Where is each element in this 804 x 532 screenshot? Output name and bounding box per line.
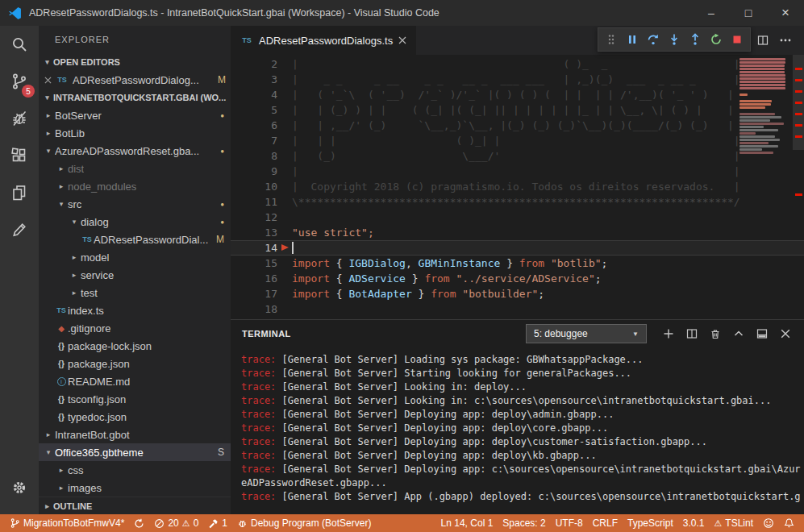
tree-item-package-json[interactable]: {}package.json <box>39 355 231 372</box>
more-actions-icon[interactable] <box>775 30 796 51</box>
notifications-button[interactable] <box>779 514 799 532</box>
tasks-status[interactable]: 1 <box>203 514 232 532</box>
eol-status[interactable]: CRLF <box>588 514 623 532</box>
close-panel-button[interactable] <box>775 323 796 344</box>
tree-item-adresetpassworddial[interactable]: TSADResetPasswordDial...M <box>39 231 231 248</box>
close-button[interactable]: × <box>767 0 804 26</box>
minimize-button[interactable]: – <box>693 0 730 26</box>
code-line-12[interactable]: 12 <box>231 210 804 225</box>
activity-item-edit[interactable] <box>0 211 39 248</box>
language-status[interactable]: TypeScript <box>623 514 678 532</box>
activity-item-source-control[interactable]: 5 <box>0 63 39 100</box>
tree-item-readme-md[interactable]: iREADME.md <box>39 372 231 390</box>
editor-tab[interactable]: TS ADResetPasswordDialogs.ts <box>231 26 416 55</box>
line-gutter[interactable]: 18 <box>231 301 277 317</box>
line-gutter[interactable]: 10 <box>231 179 277 194</box>
tree-item-service[interactable]: ▸service <box>39 266 231 284</box>
tree-item-dialog[interactable]: ▾dialog● <box>39 213 231 231</box>
tree-item-typedoc-json[interactable]: {}typedoc.json <box>39 408 231 426</box>
code-line-4[interactable]: 4| ( '_`\ ( '__) /'_` )/'_` |( ) ( ) ( |… <box>231 87 804 102</box>
activity-item-settings[interactable] <box>0 469 39 506</box>
indentation-status[interactable]: Spaces: 2 <box>498 514 550 532</box>
tree-item-intranetbot-gbot[interactable]: ▸IntranetBot.gbot <box>39 426 231 443</box>
line-gutter[interactable]: 5 <box>231 102 277 118</box>
line-gutter[interactable]: 7 <box>231 133 277 148</box>
line-gutter[interactable]: 2 <box>231 56 277 72</box>
kill-terminal-button[interactable] <box>705 323 726 344</box>
outline-header[interactable]: ▸ OUTLINE <box>39 497 231 514</box>
activity-item-search[interactable] <box>0 26 39 63</box>
stop-button[interactable] <box>727 29 748 50</box>
code-line-3[interactable]: 3| _ _ _ __ _ _ __ _ ___ ___ | ,_)(_) __… <box>231 72 804 87</box>
code-line-14[interactable]: 14 <box>231 240 804 256</box>
tree-item-images[interactable]: ▸images <box>39 479 231 497</box>
close-icon[interactable] <box>44 77 52 84</box>
tree-item-node-modules[interactable]: ▸node_modules <box>39 177 231 195</box>
activity-item-files[interactable] <box>0 174 39 211</box>
tree-item-test[interactable]: ▸test <box>39 284 231 301</box>
split-editor-button[interactable] <box>752 30 773 51</box>
line-gutter[interactable]: 14 <box>231 240 277 256</box>
code-line-8[interactable]: 8| (_) \___/' | <box>231 148 804 164</box>
code-line-7[interactable]: 7| | | ( )_| | | <box>231 133 804 148</box>
step-into-button[interactable] <box>664 29 685 50</box>
tslint-status[interactable]: ⚠ TSLint <box>709 514 758 532</box>
workspace-header[interactable]: ▾ INTRANETBOTQUICKSTART.GBAI (WO... <box>39 89 231 106</box>
line-gutter[interactable]: 3 <box>231 72 277 87</box>
terminal-title[interactable]: TERMINAL <box>242 329 291 339</box>
code-line-11[interactable]: 11\*************************************… <box>231 194 804 210</box>
step-out-button[interactable] <box>685 29 706 50</box>
editor-scrollbar[interactable] <box>793 55 804 319</box>
feedback-button[interactable] <box>758 514 779 532</box>
tree-item-dist[interactable]: ▸dist <box>39 160 231 177</box>
pause-button[interactable] <box>622 29 643 50</box>
tree-item-css[interactable]: ▸css <box>39 461 231 479</box>
terminal-output[interactable]: trace: [General Bot Server] Loading sys … <box>231 347 804 514</box>
line-gutter[interactable]: 12 <box>231 210 277 225</box>
code-line-15[interactable]: 15import { IGBDialog, GBMinInstance } fr… <box>231 256 804 271</box>
panel-layout-button[interactable] <box>752 323 773 344</box>
step-over-button[interactable] <box>643 29 664 50</box>
tree-item-office365-gbtheme[interactable]: ▾Office365.gbthemeS <box>39 443 231 461</box>
tree-item-azureadpasswordreset-gba[interactable]: ▾AzureADPasswordReset.gba...● <box>39 142 231 160</box>
split-terminal-button[interactable] <box>681 323 702 344</box>
tree-item-model[interactable]: ▸model <box>39 248 231 266</box>
code-line-6[interactable]: 6| | ,__/' (_) `\__,_)`\__, |(_) (_) (_)… <box>231 118 804 133</box>
activity-item-extensions[interactable] <box>0 137 39 174</box>
terminal-selector[interactable]: 5: debuggee ▼ <box>526 324 647 343</box>
encoding-status[interactable]: UTF-8 <box>551 514 588 532</box>
drag-handle[interactable] <box>601 29 622 50</box>
sync-button[interactable] <box>129 514 149 532</box>
tree-item-gitignore[interactable]: ◆.gitignore <box>39 319 231 337</box>
code-line-16[interactable]: 16import { ADService } from "../service/… <box>231 271 804 286</box>
maximize-button[interactable]: □ <box>730 0 767 26</box>
tab-close-icon[interactable] <box>398 36 406 44</box>
code-line-17[interactable]: 17import { BotAdapter } from "botbuilder… <box>231 286 804 301</box>
line-gutter[interactable]: 16 <box>231 271 277 286</box>
minimap[interactable] <box>739 58 791 154</box>
maximize-panel-button[interactable] <box>728 323 749 344</box>
code-editor[interactable]: 2| ( )_ _ |3| _ _ _ __ _ _ __ _ ___ ___ … <box>231 55 804 319</box>
code-line-9[interactable]: 9| | <box>231 164 804 179</box>
tree-item-tsconfig-json[interactable]: {}tsconfig.json <box>39 390 231 408</box>
tree-item-botlib[interactable]: ▸BotLib <box>39 124 231 142</box>
git-branch-status[interactable]: MigrationToBotFmwV4* <box>5 514 129 532</box>
debug-status[interactable]: Debug Program (BotServer) <box>232 514 376 532</box>
code-line-18[interactable]: 18 <box>231 301 804 317</box>
version-status[interactable]: 3.0.1 <box>678 514 710 532</box>
tree-item-index-ts[interactable]: TSindex.ts <box>39 301 231 319</box>
problems-status[interactable]: 20 ⚠ 0 <box>149 514 203 532</box>
cursor-position-status[interactable]: Ln 14, Col 1 <box>436 514 498 532</box>
code-line-2[interactable]: 2| ( )_ _ | <box>231 56 804 72</box>
code-line-13[interactable]: 13"use strict"; <box>231 225 804 240</box>
new-terminal-button[interactable] <box>658 323 679 344</box>
activity-item-debug[interactable] <box>0 100 39 137</box>
line-gutter[interactable]: 13 <box>231 225 277 240</box>
line-gutter[interactable]: 6 <box>231 118 277 133</box>
line-gutter[interactable]: 11 <box>231 194 277 210</box>
line-gutter[interactable]: 17 <box>231 286 277 301</box>
tree-item-src[interactable]: ▾src● <box>39 195 231 213</box>
code-line-10[interactable]: 10| Copyright 2018 (c) pragmatismo.io. T… <box>231 179 804 194</box>
code-line-5[interactable]: 5| | (_) ) | | ( (_| |( (_| || | | | | |… <box>231 102 804 118</box>
tree-item-botserver[interactable]: ▸BotServer● <box>39 106 231 124</box>
